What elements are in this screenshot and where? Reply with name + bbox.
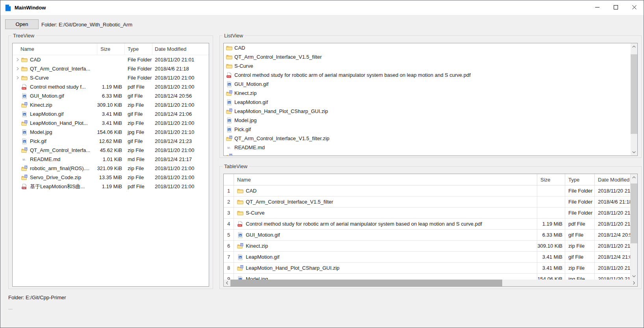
file-size: 321.09 KiB	[97, 164, 125, 173]
tree-row[interactable]: ZLeapMotion_Hand_Plot...3.41 MiBzip File…	[13, 119, 209, 128]
tree-row[interactable]: ZServo_Drive_Code.zip13.35 MiBzip File20…	[13, 173, 209, 182]
file-type: pdf File	[125, 82, 152, 91]
list-item[interactable]: ZQT_Arm_Control_Interface_V1.5_filter.zi…	[224, 134, 631, 143]
tree-row[interactable]: PDFControl method study f...1.19 MiBpdf …	[13, 82, 209, 91]
scrollbar-thumb[interactable]	[230, 280, 502, 286]
list-item[interactable]: GUI_Motion.gif	[224, 80, 631, 89]
table-row[interactable]: 3S-CurveFile Folder2018/11/20 21:00	[224, 208, 631, 219]
table-header-type[interactable]: Type	[565, 174, 595, 185]
tree-row[interactable]: Pick.gif12.62 MiBgif File2018/12/4 21:23	[13, 137, 209, 146]
listview-group: ListView CADQT_Arm_Control_Interface_V1.…	[219, 35, 642, 158]
table-row[interactable]: 2QT_Arm_Control_Interface_V1.5_filterFil…	[224, 196, 631, 208]
file-type: jpg File	[565, 274, 595, 280]
zip-icon: Z	[226, 154, 232, 156]
file-name: GUI_Motion.gif	[234, 81, 269, 87]
file-date: 2018/11/20 21:10	[152, 128, 209, 137]
list-item[interactable]: ZKinect.zip	[224, 89, 631, 98]
tree-row[interactable]: M↓README.md1.01 KiBmd File2018/12/4 21:1…	[13, 155, 209, 164]
tree-row[interactable]: ZKinect.zip309.10 KiBzip File2018/11/20 …	[13, 100, 209, 109]
scroll-left-button[interactable]	[224, 280, 230, 286]
expand-chevron-icon[interactable]	[14, 67, 21, 70]
tree-header-size[interactable]: Size	[97, 43, 125, 55]
tree-header-name[interactable]: Name	[13, 43, 97, 55]
table-header-corner[interactable]	[224, 174, 234, 185]
table-widget[interactable]: Name Size Type Date Modified 1CADFile Fo…	[223, 174, 638, 287]
scroll-up-button[interactable]	[631, 174, 637, 181]
scroll-right-button[interactable]	[631, 280, 637, 286]
file-size: 154.06 KiB	[97, 128, 125, 137]
list-item[interactable]: Z	[224, 152, 631, 156]
tableview-vertical-scrollbar[interactable]	[631, 174, 637, 280]
file-size: 3.41 MiB	[97, 119, 125, 128]
list-item[interactable]: Pick.gif	[224, 125, 631, 134]
list-item[interactable]: M↓README.md	[224, 143, 631, 152]
table-body: 1CADFile Folder2018/11/20 21:012QT_Arm_C…	[224, 185, 631, 280]
table-content: Name Size Type Date Modified 1CADFile Fo…	[224, 174, 631, 280]
md-icon: M↓	[226, 145, 232, 151]
tree-header-type[interactable]: Type	[125, 43, 152, 55]
list-item[interactable]: ZLeapMotion_Hand_Plot_CSharp_GUI.zip	[224, 107, 631, 116]
file-size: 45.62 KiB	[97, 146, 125, 155]
file-name: 基于LeapMotion和S曲...	[30, 183, 85, 190]
table-row[interactable]: 7LeapMotion.gif3.41 MiBgif File2018/12/4…	[224, 252, 631, 263]
scroll-down-button[interactable]	[631, 149, 637, 156]
list-item[interactable]: QT_Arm_Control_Interface_V1.5_filter	[224, 52, 631, 61]
pdf-icon: PDF	[237, 221, 243, 227]
file-name: Kinect.zip	[30, 102, 52, 108]
file-name: GUI_Motion.gif	[246, 232, 280, 238]
tree-row[interactable]: GUI_Motion.gif6.33 MiBgif File2018/12/4 …	[13, 91, 209, 100]
file-date: 2018/11/20 21:00	[152, 119, 209, 128]
tree-header-date[interactable]: Date Modified	[152, 43, 209, 55]
list-item[interactable]: CAD	[224, 43, 631, 52]
scrollbar-thumb[interactable]	[631, 54, 637, 134]
table-header-date[interactable]: Date Modified	[595, 174, 631, 185]
folder-icon	[226, 54, 232, 60]
table-row[interactable]: 6ZKinect.zip309.10 KiBzip File2018/11/20…	[224, 241, 631, 252]
file-type: File Folder	[125, 64, 152, 73]
table-row[interactable]: 9Model.jpg154.06 KiBjpg File2018/11/20 2…	[224, 274, 631, 280]
open-button[interactable]: Open	[5, 19, 39, 29]
scroll-up-button[interactable]	[631, 43, 637, 50]
maximize-button[interactable]	[607, 0, 625, 15]
tree-name-cell: S-Curve	[13, 73, 97, 82]
tree-row[interactable]: S-CurveFile Folder2018/11/20 21:00	[13, 73, 209, 82]
list-item[interactable]: PDFControl method study for robotic arm …	[224, 70, 631, 80]
scrollbar-thumb[interactable]	[631, 183, 637, 243]
tree-row[interactable]: PDF基于LeapMotion和S曲...1.19 MiBpdf File201…	[13, 182, 209, 191]
listview-vertical-scrollbar[interactable]	[631, 43, 637, 156]
tree-row[interactable]: Model.jpg154.06 KiBjpg File2018/11/20 21…	[13, 128, 209, 137]
tree-row[interactable]: Zrobotic_arm_final(ROS)....321.09 KiBzip…	[13, 164, 209, 173]
table-row[interactable]: 4PDFControl method study for robotic arm…	[224, 219, 631, 230]
table-header-size[interactable]: Size	[537, 174, 565, 185]
file-date: 2018/11/20 21:00	[595, 219, 631, 230]
folder-icon	[226, 63, 232, 69]
tree-row[interactable]: LeapMotion.gif3.41 MiBgif File2018/12/4 …	[13, 109, 209, 119]
tree-row[interactable]: ZQT_Arm_Control_Interfa...45.62 KiBzip F…	[13, 146, 209, 155]
close-button[interactable]	[625, 0, 644, 15]
list-item[interactable]: LeapMotion.gif	[224, 98, 631, 107]
minimize-button[interactable]	[588, 0, 607, 15]
expand-chevron-icon[interactable]	[14, 58, 21, 61]
list-item[interactable]: Model.jpg	[224, 116, 631, 125]
file-date: 2018/12/4 21:06	[595, 252, 631, 263]
tree-widget[interactable]: Name Size Type Date Modified CADFile Fol…	[12, 43, 209, 287]
table-row[interactable]: 5GUI_Motion.gif6.33 MiBgif File2018/12/4…	[224, 230, 631, 241]
main-window: MainWindow Open Folder: E:/Git/Drone_Wit…	[0, 0, 644, 328]
scroll-down-button[interactable]	[631, 273, 637, 280]
pdf-icon: PDF	[21, 183, 28, 190]
tree-row[interactable]: QT_Arm_Control_Interfa...File Folder2018…	[13, 64, 209, 73]
tree-row[interactable]: CADFile Folder2018/11/20 21:01	[13, 55, 209, 64]
table-row[interactable]: 8ZLeapMotion_Hand_Plot_CSharp_GUI.zip3.4…	[224, 263, 631, 274]
expand-chevron-icon[interactable]	[14, 76, 21, 80]
file-name: S-Curve	[234, 63, 253, 69]
tree-name-cell: ZLeapMotion_Hand_Plot...	[13, 119, 97, 128]
tableview-horizontal-scrollbar[interactable]	[224, 280, 637, 286]
list-item[interactable]: S-Curve	[224, 61, 631, 70]
file-type: md File	[125, 155, 152, 164]
table-row[interactable]: 1CADFile Folder2018/11/20 21:01	[224, 185, 631, 196]
tree-name-cell: M↓README.md	[13, 155, 97, 164]
file-size: 12.62 MiB	[97, 137, 125, 146]
table-header-name[interactable]: Name	[234, 174, 537, 185]
table-name-cell: S-Curve	[234, 208, 537, 219]
list-widget[interactable]: CADQT_Arm_Control_Interface_V1.5_filterS…	[223, 43, 638, 156]
